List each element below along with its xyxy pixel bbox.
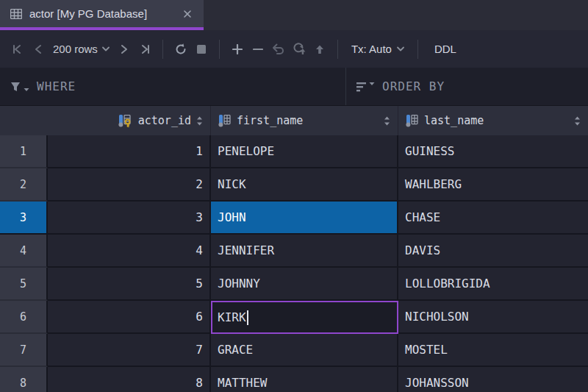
last-page-button[interactable] bbox=[135, 38, 155, 60]
revert-icon[interactable] bbox=[268, 38, 289, 60]
cell-last-name[interactable]: JOHANSSON bbox=[398, 367, 588, 392]
cell-last-name[interactable]: MOSTEL bbox=[398, 334, 588, 367]
sort-updown-icon bbox=[574, 116, 581, 126]
close-icon[interactable] bbox=[182, 8, 193, 20]
gutter-header[interactable] bbox=[0, 106, 48, 135]
cell-first-name[interactable]: JOHNNY bbox=[211, 268, 398, 301]
page-size-label: 200 rows bbox=[53, 43, 98, 55]
add-row-button[interactable] bbox=[227, 38, 248, 60]
refresh-icon[interactable] bbox=[171, 38, 191, 60]
cell-last-name[interactable]: GUINESS bbox=[398, 135, 588, 168]
tx-mode-selector[interactable]: Tx: Auto bbox=[345, 43, 410, 55]
datagrip-data-editor: actor [My PG Database] 200 rows bbox=[0, 0, 588, 392]
cell-last-name[interactable]: LOLLOBRIGIDA bbox=[398, 268, 588, 301]
toolbar: 200 rows bbox=[0, 30, 588, 68]
tab-bar: actor [My PG Database] bbox=[0, 0, 588, 30]
cell-actor-id[interactable]: 8 bbox=[48, 367, 211, 392]
result-grid: actor_id bbox=[0, 106, 588, 392]
column-header-last-name[interactable]: last_name bbox=[398, 106, 588, 135]
table-row-editing: 6 6 KIRK NICHOLSON bbox=[0, 301, 588, 334]
filter-bar: WHERE ORDER BY bbox=[0, 68, 588, 106]
tab-actor[interactable]: actor [My PG Database] bbox=[0, 0, 204, 30]
order-by-label: ORDER BY bbox=[382, 79, 445, 93]
table-row: 1 1 PENELOPE GUINESS bbox=[0, 135, 588, 168]
order-by-field[interactable]: ORDER BY bbox=[346, 68, 588, 105]
cell-last-name[interactable]: WAHLBERG bbox=[398, 168, 588, 202]
first-page-button[interactable] bbox=[7, 38, 28, 60]
column-header-first-name[interactable]: first_name bbox=[211, 106, 398, 135]
row-number[interactable]: 8 bbox=[0, 367, 48, 392]
row-number[interactable]: 7 bbox=[0, 334, 48, 367]
tab-title: actor [My PG Database] bbox=[29, 7, 174, 20]
chevron-down-icon bbox=[102, 46, 110, 51]
column-label: actor_id bbox=[138, 114, 191, 127]
table-row: 8 8 MATTHEW JOHANSSON bbox=[0, 367, 588, 392]
cell-last-name[interactable]: CHASE bbox=[398, 202, 588, 235]
table-row: 4 4 JENNIFER DAVIS bbox=[0, 235, 588, 268]
row-number[interactable]: 4 bbox=[0, 235, 48, 268]
row-number[interactable]: 6 bbox=[0, 301, 48, 334]
cell-first-name[interactable]: MATTHEW bbox=[211, 367, 398, 392]
column-icon bbox=[218, 115, 232, 127]
row-number[interactable]: 5 bbox=[0, 268, 48, 301]
toolbar-separator bbox=[417, 40, 418, 59]
cell-first-name[interactable]: NICK bbox=[211, 168, 398, 202]
key-icon bbox=[126, 119, 130, 126]
row-number[interactable]: 3 bbox=[0, 202, 48, 235]
text-caret bbox=[247, 310, 248, 325]
where-label: WHERE bbox=[37, 79, 76, 93]
tx-mode-label: Tx: Auto bbox=[351, 43, 392, 55]
page-size-selector[interactable]: 200 rows bbox=[49, 43, 114, 55]
cell-actor-id[interactable]: 4 bbox=[48, 235, 211, 268]
column-label: last_name bbox=[424, 114, 484, 127]
table-row-selected: 3 3 JOHN CHASE bbox=[0, 202, 588, 235]
sort-updown-icon bbox=[196, 116, 203, 126]
ddl-button[interactable]: DDL bbox=[427, 43, 464, 55]
column-header-actor-id[interactable]: actor_id bbox=[48, 106, 211, 135]
cell-first-name-selected[interactable]: JOHN bbox=[211, 202, 398, 235]
cell-actor-id[interactable]: 1 bbox=[48, 135, 211, 168]
cell-actor-id[interactable]: 2 bbox=[48, 168, 211, 202]
column-label: first_name bbox=[237, 114, 303, 127]
previous-page-button[interactable] bbox=[28, 38, 49, 60]
sort-lines-icon bbox=[356, 82, 375, 92]
cell-actor-id[interactable]: 3 bbox=[48, 202, 211, 235]
sort-updown-icon bbox=[384, 116, 390, 126]
cell-first-name[interactable]: PENELOPE bbox=[211, 135, 398, 168]
cell-actor-id[interactable]: 7 bbox=[48, 334, 211, 367]
row-number[interactable]: 1 bbox=[0, 135, 48, 168]
table-row: 2 2 NICK WAHLBERG bbox=[0, 168, 588, 202]
commit-arrow-icon[interactable] bbox=[309, 38, 330, 60]
cell-editor-input[interactable]: KIRK bbox=[211, 301, 398, 334]
cell-actor-id[interactable]: 5 bbox=[48, 268, 211, 301]
cell-first-name[interactable]: JENNIFER bbox=[211, 235, 398, 268]
next-page-button[interactable] bbox=[114, 38, 135, 60]
submit-commit-icon[interactable] bbox=[289, 38, 309, 60]
column-icon bbox=[406, 115, 419, 127]
delete-row-button[interactable] bbox=[248, 38, 268, 60]
toolbar-separator bbox=[219, 40, 220, 59]
where-filter-field[interactable]: WHERE bbox=[0, 68, 345, 105]
chevron-down-icon bbox=[397, 46, 404, 51]
grid-header-row: actor_id bbox=[0, 106, 588, 135]
primary-key-column-icon bbox=[118, 115, 133, 127]
table-row: 5 5 JOHNNY LOLLOBRIGIDA bbox=[0, 268, 588, 301]
row-number[interactable]: 2 bbox=[0, 168, 48, 202]
cell-editor-value: KIRK bbox=[218, 310, 246, 324]
toolbar-separator bbox=[162, 40, 163, 59]
table-row: 7 7 GRACE MOSTEL bbox=[0, 334, 588, 367]
cell-first-name[interactable]: GRACE bbox=[211, 334, 398, 367]
cell-last-name[interactable]: DAVIS bbox=[398, 235, 588, 268]
cell-last-name[interactable]: NICHOLSON bbox=[398, 301, 588, 334]
table-grid-icon bbox=[10, 9, 22, 19]
stop-button[interactable] bbox=[191, 38, 212, 60]
toolbar-separator bbox=[337, 40, 338, 59]
filter-funnel-icon bbox=[10, 81, 29, 93]
cell-actor-id[interactable]: 6 bbox=[48, 301, 211, 334]
